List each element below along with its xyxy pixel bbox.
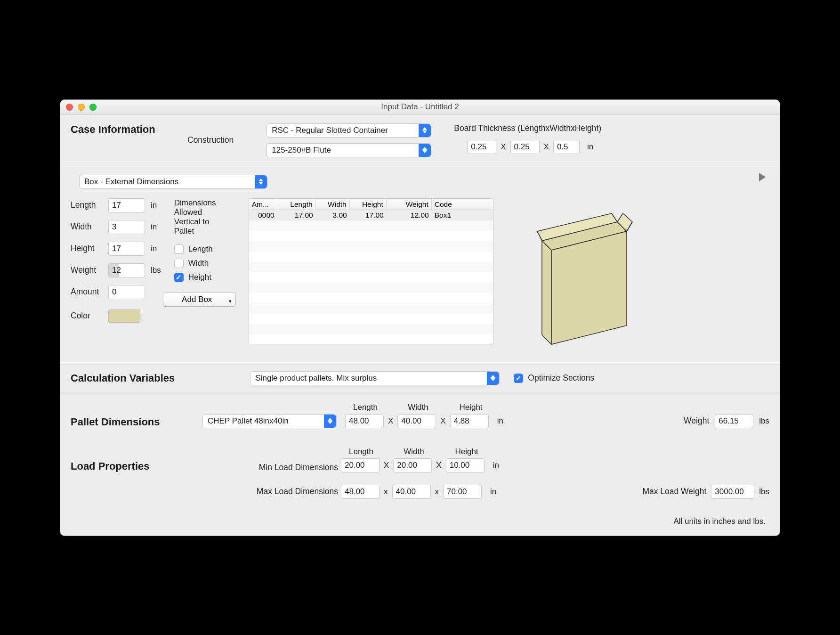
td-weight: 12.00: [387, 210, 432, 220]
max-load-weight-unit: lbs: [759, 487, 769, 497]
in-unit: in: [151, 244, 157, 253]
construction-label: Construction: [187, 135, 234, 145]
case-info-heading: Case Information: [71, 123, 170, 136]
optimize-sections-label: Optimize Sections: [528, 373, 594, 383]
box-dimension-mode-value: Box - External Dimensions: [84, 177, 178, 187]
box-width-input[interactable]: [108, 220, 145, 234]
pallet-weight-label: Weight: [684, 416, 709, 426]
pallet-l-label: Length: [345, 403, 386, 412]
max-load-unit: in: [490, 487, 496, 497]
th-code[interactable]: Code: [432, 199, 493, 210]
amount-label: Amount: [71, 287, 108, 297]
box-color-swatch[interactable]: [108, 309, 140, 323]
allow-width-label: Width: [188, 259, 209, 268]
td-height: 17.00: [350, 210, 387, 220]
allow-height-label: Height: [188, 273, 211, 282]
allowed-h1: Dimensions: [174, 198, 235, 208]
load-w-label: Width: [394, 447, 434, 456]
table-row[interactable]: 0000 17.00 3.00 17.00 12.00 Box1: [249, 210, 493, 220]
load-l-label: Length: [341, 447, 381, 456]
pallet-type-value: CHEP Pallet 48inx40in: [208, 416, 289, 426]
td-amount: 0000: [249, 210, 277, 220]
multiply-label: X: [380, 461, 393, 470]
max-load-label: Max Load Dimensions: [240, 487, 338, 497]
chevron-updown-icon: [324, 415, 336, 428]
max-load-width-input[interactable]: [392, 485, 431, 499]
calc-vars-heading: Calculation Variables: [71, 372, 175, 384]
box-dimension-mode-select[interactable]: Box - External Dimensions: [79, 175, 267, 189]
allow-length-checkbox[interactable]: [174, 244, 184, 254]
in-unit: in: [151, 222, 157, 232]
box-amount-input[interactable]: [108, 285, 145, 299]
weight-label: Weight: [71, 265, 108, 275]
pallet-height-input[interactable]: [450, 414, 489, 428]
flute-select[interactable]: 125-250#B Flute: [267, 143, 431, 157]
max-load-height-input[interactable]: [443, 485, 482, 499]
box-length-input[interactable]: [108, 198, 145, 212]
multiply-label: x: [431, 487, 444, 497]
disclosure-right-icon[interactable]: [759, 173, 766, 181]
pallet-unit: in: [497, 416, 503, 426]
th-weight[interactable]: Weight: [387, 199, 432, 210]
add-box-button[interactable]: Add Box▾: [163, 293, 236, 307]
pallet-dims-heading: Pallet Dimensions: [71, 416, 202, 428]
chevron-updown-icon: [487, 372, 499, 385]
chevron-updown-icon: [419, 144, 431, 157]
allow-width-checkbox[interactable]: [174, 259, 184, 268]
min-load-label: Min Load Dimensions: [240, 463, 338, 472]
pallet-h-label: Height: [451, 403, 491, 412]
td-code: Box1: [432, 210, 493, 220]
construction-select-value: RSC - Regular Slotted Container: [272, 126, 388, 135]
table-empty-rows: [249, 220, 493, 334]
pallet-width-input[interactable]: [397, 414, 436, 428]
min-load-width-input[interactable]: [393, 458, 432, 472]
table-header: Am... Length Width Height Weight Code: [249, 199, 493, 210]
thickness-length-input[interactable]: [467, 140, 496, 154]
box-height-input[interactable]: [108, 242, 145, 256]
td-length: 17.00: [277, 210, 316, 220]
min-load-unit: in: [493, 461, 499, 470]
pallet-length-input[interactable]: [345, 414, 384, 428]
multiply-label: X: [540, 142, 553, 152]
min-load-height-input[interactable]: [446, 458, 485, 472]
allow-height-checkbox[interactable]: [174, 273, 184, 282]
th-amount[interactable]: Am...: [249, 199, 277, 210]
chevron-updown-icon: [419, 124, 431, 137]
color-label: Color: [71, 311, 108, 321]
allowed-h4: Pallet: [174, 227, 235, 236]
thickness-unit: in: [587, 142, 593, 152]
calc-mode-value: Single product pallets. Mix surplus: [255, 374, 377, 383]
multiply-label: X: [496, 142, 510, 152]
window-title: Input Data - Untitled 2: [60, 102, 780, 112]
pallet-weight-unit: lbs: [759, 416, 769, 426]
pallet-weight-input[interactable]: [715, 414, 753, 428]
optimize-sections-checkbox[interactable]: [514, 374, 523, 383]
box-weight-input[interactable]: [108, 263, 145, 277]
box-preview-icon: [507, 198, 653, 354]
multiply-label: X: [432, 461, 445, 470]
th-height[interactable]: Height: [350, 199, 387, 210]
pallet-type-select[interactable]: CHEP Pallet 48inx40in: [202, 414, 337, 428]
chevron-down-icon: ▾: [229, 298, 232, 304]
allowed-h3: Vertical to: [174, 217, 235, 227]
allowed-h2: Allowed: [174, 208, 235, 217]
th-width[interactable]: Width: [316, 199, 350, 210]
max-load-weight-input[interactable]: [711, 485, 754, 499]
in-unit: in: [151, 201, 157, 210]
multiply-label: X: [436, 416, 450, 426]
thickness-height-input[interactable]: [553, 140, 580, 154]
min-load-length-input[interactable]: [341, 458, 380, 472]
calc-mode-select[interactable]: Single product pallets. Mix surplus: [250, 371, 500, 385]
allow-length-label: Length: [188, 244, 213, 254]
board-thickness-label: Board Thickness (LengthxWidthxHeight): [454, 123, 601, 133]
max-load-weight-label: Max Load Weight: [642, 487, 706, 497]
load-props-heading: Load Properties: [71, 460, 240, 472]
titlebar: Input Data - Untitled 2: [60, 100, 780, 115]
max-load-length-input[interactable]: [341, 485, 380, 499]
construction-select[interactable]: RSC - Regular Slotted Container: [267, 123, 431, 138]
th-length[interactable]: Length: [277, 199, 316, 210]
content-area: Case Information Construction RSC - Regu…: [60, 115, 780, 536]
thickness-width-input[interactable]: [510, 140, 540, 154]
app-window: Input Data - Untitled 2 Case Information…: [60, 99, 780, 536]
svg-marker-1: [542, 241, 551, 344]
